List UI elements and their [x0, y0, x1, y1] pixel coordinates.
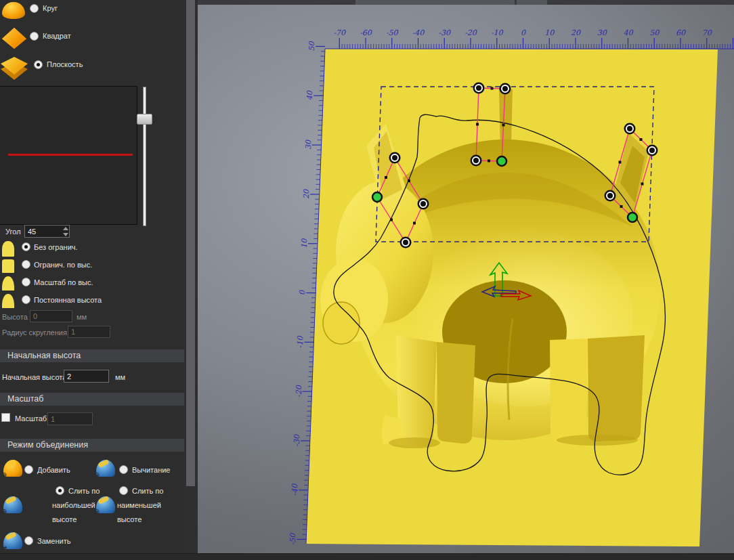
svg-text:0: 0 [298, 290, 307, 295]
viewport-3d[interactable]: -70-60-50-40-30-20-10010203040506070-50-… [198, 0, 734, 553]
limit-scale-icon [2, 276, 14, 290]
profile-preview[interactable] [0, 86, 137, 225]
svg-text:40: 40 [305, 90, 314, 100]
merge-lowest-label-1: Слить по [132, 487, 163, 495]
bottom-status-bar [0, 553, 734, 560]
vector-midpoint[interactable] [385, 176, 387, 179]
svg-text:50: 50 [307, 41, 316, 51]
fillet-radius-label: Радиус скругления [2, 328, 67, 337]
profile-slider-track[interactable] [143, 87, 146, 226]
svg-text:-40: -40 [412, 28, 425, 37]
merge-subtract-label: Вычитание [132, 466, 171, 474]
dome-shape-icon [2, 2, 25, 19]
vector-midpoint[interactable] [640, 138, 643, 141]
radio-shape-circle[interactable] [30, 4, 39, 13]
merge-lowest-icon [96, 496, 115, 513]
slab-shape-icon [1, 57, 28, 80]
angle-spin-down-icon[interactable] [62, 232, 68, 237]
angle-spin-up-icon[interactable] [62, 226, 68, 231]
profile-slider-handle[interactable] [137, 114, 152, 125]
svg-text:-50: -50 [288, 533, 297, 546]
limit-const-label: Постоянная высота [34, 296, 102, 304]
height-unit: мм [77, 313, 87, 321]
height-input[interactable] [30, 310, 72, 322]
svg-text:10: 10 [544, 28, 555, 37]
scene-svg[interactable]: -70-60-50-40-30-20-10010203040506070-50-… [198, 5, 734, 553]
limit-none-label: Без огранич. [34, 243, 78, 251]
vector-start-node[interactable] [497, 156, 506, 166]
vector-midpoint[interactable] [619, 161, 622, 164]
svg-text:-60: -60 [360, 28, 372, 37]
svg-text:-10: -10 [296, 335, 305, 348]
vector-midpoint[interactable] [488, 160, 490, 163]
shape-circle-label: Круг [43, 4, 58, 12]
radio-shape-square[interactable] [30, 32, 39, 41]
svg-text:20: 20 [571, 28, 581, 37]
merge-subtract-icon [96, 460, 115, 477]
svg-text:30: 30 [304, 139, 313, 150]
vector-start-node[interactable] [628, 213, 637, 222]
svg-text:-50: -50 [386, 28, 399, 37]
svg-text:-70: -70 [333, 28, 346, 37]
radio-merge-replace[interactable] [24, 536, 33, 545]
svg-text:30: 30 [597, 28, 607, 37]
svg-text:-10: -10 [491, 28, 504, 37]
radio-shape-plane[interactable] [34, 60, 43, 69]
shape-plane-label: Плоскость [47, 60, 83, 68]
svg-text:-30: -30 [438, 28, 451, 37]
height-label: Высота [2, 313, 28, 321]
viewport-top-bar [198, 0, 734, 5]
limit-height-label: Огранич. по выс. [34, 261, 92, 269]
svg-text:10: 10 [300, 238, 309, 249]
vector-midpoint[interactable] [413, 222, 416, 225]
application-window: { "sidebar": { "shape_options": [ {"labe… [0, 0, 734, 560]
scale-checkbox[interactable] [1, 413, 10, 422]
radio-merge-add[interactable] [24, 465, 33, 474]
fillet-radius-input[interactable] [68, 326, 110, 338]
start-height-input[interactable] [64, 370, 109, 383]
scale-input[interactable] [47, 412, 93, 425]
radio-merge-highest[interactable] [56, 486, 64, 495]
svg-text:60: 60 [676, 28, 686, 37]
vector-start-node[interactable] [372, 192, 382, 202]
vector-midpoint[interactable] [620, 205, 623, 208]
merge-lowest-label-3: высоте [117, 515, 142, 523]
radio-merge-subtract[interactable] [119, 465, 128, 474]
shape-square-label: Квадрат [43, 32, 71, 40]
vector-midpoint[interactable] [491, 87, 494, 90]
svg-text:20: 20 [302, 189, 311, 199]
limit-scale-label: Масштаб по выс. [34, 278, 93, 286]
vector-midpoint[interactable] [390, 219, 393, 221]
limit-height-icon [2, 259, 14, 273]
svg-text:-20: -20 [295, 385, 303, 397]
panel-splitter[interactable] [184, 0, 198, 553]
radio-limit-scale[interactable] [22, 278, 30, 286]
radio-limit-const[interactable] [22, 295, 30, 304]
radio-limit-height[interactable] [22, 260, 30, 269]
vector-midpoint[interactable] [641, 183, 644, 186]
pyramid-shape-icon [1, 27, 27, 49]
start-height-unit: мм [115, 373, 125, 381]
merge-highest-label-1: Слить по [68, 487, 100, 495]
merge-add-label: Добавить [37, 466, 70, 474]
vector-midpoint[interactable] [408, 179, 410, 182]
svg-text:-20: -20 [465, 28, 477, 37]
radio-merge-lowest[interactable] [119, 486, 128, 495]
vector-midpoint[interactable] [476, 123, 479, 126]
merge-add-icon [3, 460, 22, 477]
radio-limit-none[interactable] [22, 242, 30, 251]
svg-text:40: 40 [624, 28, 634, 37]
svg-text:-40: -40 [290, 483, 299, 496]
angle-label: Угол [5, 228, 21, 236]
limit-const-icon [2, 294, 14, 308]
vector-midpoint[interactable] [502, 124, 505, 127]
merge-highest-icon [3, 496, 22, 513]
svg-text:70: 70 [702, 28, 712, 37]
horizontal-ruler: -70-60-50-40-30-20-10010203040506070 [325, 28, 734, 49]
tool-settings-panel: Круг Квадрат Плоскость Угол Без огранич.… [0, 0, 184, 553]
scale-label: Масштаб [15, 414, 47, 423]
merge-replace-icon [3, 532, 22, 549]
profile-curve-line [8, 154, 133, 156]
merge-mode-section-header: Режим объединения [0, 439, 184, 452]
start-height-label: Начальная высота [2, 373, 66, 381]
